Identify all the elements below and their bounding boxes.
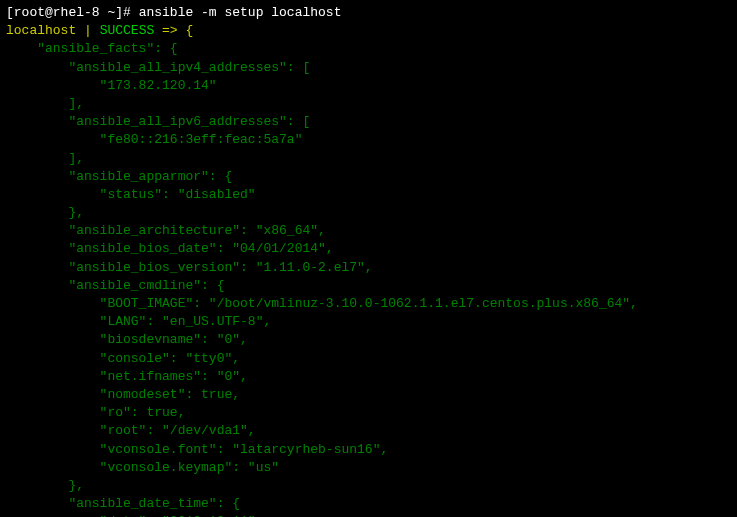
json-line: "ansible_bios_date": "04/01/2014", (6, 240, 731, 258)
result-header-line: localhost | SUCCESS => { (6, 22, 731, 40)
json-line: "BOOT_IMAGE": "/boot/vmlinuz-3.10.0-1062… (6, 295, 731, 313)
json-line: "root": "/dev/vda1", (6, 422, 731, 440)
json-line: "ansible_architecture": "x86_64", (6, 222, 731, 240)
json-line: }, (6, 204, 731, 222)
result-status: SUCCESS (100, 23, 155, 38)
command-text: ansible -m setup localhost (139, 5, 342, 20)
json-line: "nomodeset": true, (6, 386, 731, 404)
json-line: "ansible_all_ipv4_addresses": [ (6, 59, 731, 77)
json-line: "vconsole.font": "latarcyrheb-sun16", (6, 441, 731, 459)
prompt-prefix: [root@rhel-8 ~]# (6, 5, 139, 20)
json-line: "ansible_bios_version": "1.11.0-2.el7", (6, 259, 731, 277)
result-arrow: => { (154, 23, 193, 38)
json-line: "ansible_cmdline": { (6, 277, 731, 295)
json-line: "console": "tty0", (6, 350, 731, 368)
terminal-output: [root@rhel-8 ~]# ansible -m setup localh… (6, 4, 731, 517)
json-line: "date": "2019-12-11", (6, 513, 731, 517)
json-line: "ro": true, (6, 404, 731, 422)
json-line: "vconsole.keymap": "us" (6, 459, 731, 477)
json-line: "ansible_apparmor": { (6, 168, 731, 186)
command-prompt-line: [root@rhel-8 ~]# ansible -m setup localh… (6, 4, 731, 22)
json-output-block: "ansible_facts": { "ansible_all_ipv4_add… (6, 40, 731, 517)
json-line: "status": "disabled" (6, 186, 731, 204)
json-line: "biosdevname": "0", (6, 331, 731, 349)
json-line: ], (6, 95, 731, 113)
json-line: "173.82.120.14" (6, 77, 731, 95)
json-line: "ansible_all_ipv6_addresses": [ (6, 113, 731, 131)
json-line: "fe80::216:3eff:feac:5a7a" (6, 131, 731, 149)
json-line: ], (6, 150, 731, 168)
result-host: localhost (6, 23, 76, 38)
json-line: "ansible_facts": { (6, 40, 731, 58)
json-line: "ansible_date_time": { (6, 495, 731, 513)
json-line: }, (6, 477, 731, 495)
json-line: "LANG": "en_US.UTF-8", (6, 313, 731, 331)
result-sep: | (76, 23, 99, 38)
json-line: "net.ifnames": "0", (6, 368, 731, 386)
